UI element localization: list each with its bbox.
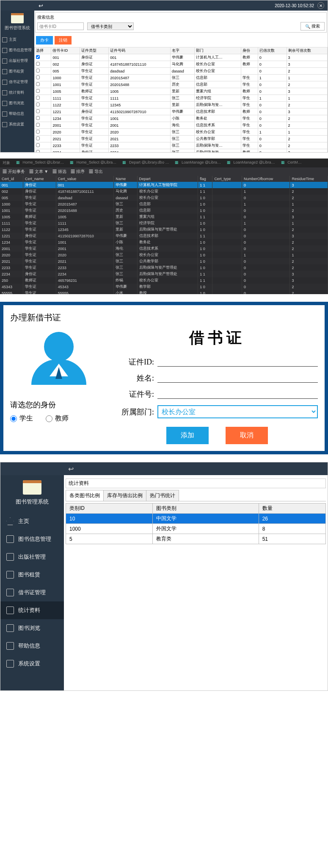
row-checkbox[interactable]: [36, 82, 40, 86]
query-tab[interactable]: ▦ LoanManage @Libra…: [171, 159, 223, 167]
table-row[interactable]: 55555学生证55555小米教授1 002: [0, 290, 328, 294]
stats-tab[interactable]: 热门书统计: [146, 490, 179, 501]
sidebar-item[interactable]: 图书浏览: [0, 619, 64, 637]
table-row[interactable]: 001身份证001华伟豪计算机与人工…教师03: [35, 54, 328, 61]
stats-tab[interactable]: 各类图书比例: [66, 490, 104, 501]
query-tab[interactable]: ▦ CertM…: [278, 159, 303, 167]
query-tab[interactable]: ▦ Depart @Library.dbo …: [119, 159, 171, 167]
search-type-select[interactable]: 借书卡类别: [87, 22, 134, 30]
table-row[interactable]: 1000外国文学8: [66, 524, 326, 534]
table-row[interactable]: 002身份证41874518871002111马化腾校长办公室1 112: [0, 188, 328, 195]
logout-button[interactable]: 注销: [55, 36, 72, 45]
sidebar-item[interactable]: 图书租赁: [0, 66, 34, 77]
create-card-button[interactable]: 办卡: [36, 36, 53, 45]
table-row[interactable]: 2001学生证2001海伦信息技术系学生02: [35, 122, 328, 129]
table-row[interactable]: 2234身份证2234张三后勤保障与资产管理处1 103: [0, 271, 328, 277]
row-checkbox[interactable]: [36, 69, 40, 72]
row-checkbox[interactable]: [36, 75, 40, 79]
row-checkbox[interactable]: [36, 109, 40, 113]
row-checkbox[interactable]: [36, 136, 40, 140]
table-row[interactable]: 45343学生证45343华伟豪教学部1 002: [0, 284, 328, 290]
table-row[interactable]: 1234学生证1001小陈教务处1 002: [0, 239, 328, 245]
table-row[interactable]: 1122学生证12345里新后勤保障与资产管理处1 002: [0, 226, 328, 233]
table-row[interactable]: 2233学生证2233张三后勤保障与资…学生02: [35, 142, 328, 149]
sidebar-item[interactable]: 出版社管理: [0, 548, 64, 566]
id-input[interactable]: [157, 357, 318, 367]
sidebar-item[interactable]: 系统设置: [0, 655, 64, 673]
dept-select[interactable]: 校长办公室: [157, 405, 318, 418]
table-row[interactable]: 2233学生证2233张三后勤保障与资产管理处1 002: [0, 264, 328, 271]
toolbar-item[interactable]: ☰ 开始事务: [3, 169, 25, 175]
table-row[interactable]: 1111学生证1111张三经济学院1 011: [0, 220, 328, 226]
query-tab[interactable]: ▦ Home_Select @Libra…: [66, 159, 118, 167]
table-row[interactable]: 1000学生证202015487张三信息部学生11: [35, 75, 328, 81]
student-radio[interactable]: 学生: [10, 414, 33, 423]
table-row[interactable]: 2021学生证2021张三公共教学部1 002: [0, 258, 328, 264]
toolbar-item[interactable]: ☰ 文本 ▼: [29, 169, 48, 175]
row-checkbox[interactable]: [36, 62, 40, 66]
table-row[interactable]: 1221身份证41150219907287010华伟豪信息技术部1 103: [0, 233, 328, 239]
stats-tab[interactable]: 库存与借出比例: [103, 490, 146, 501]
table-row[interactable]: 1221身份证41150219907287010华伟豪信息技术部教师03: [35, 108, 328, 115]
sidebar-item[interactable]: 图书信息管理: [0, 530, 64, 548]
back-icon[interactable]: ↩: [68, 465, 74, 473]
row-checkbox[interactable]: [36, 116, 40, 120]
toolbar-item[interactable]: ☰ 排序: [71, 169, 85, 175]
table-row[interactable]: 1122学生证12345里新后勤保障与资…学生02: [35, 102, 328, 108]
table-row[interactable]: 10中国文学26: [66, 514, 326, 524]
table-row[interactable]: 1234学生证1001小陈教务处学生02: [35, 115, 328, 122]
sidebar-item[interactable]: 图书信息管理: [0, 45, 34, 56]
object-tab[interactable]: 对象: [1, 159, 12, 167]
sidebar-item[interactable]: 系统设置: [0, 119, 34, 130]
table-row[interactable]: 2234身份证2234张三后勤保障与资…教师03: [35, 149, 328, 153]
table-row[interactable]: 2021学生证2021张三公共教学部学生02: [35, 136, 328, 142]
row-checkbox[interactable]: [36, 89, 40, 93]
search-id-input[interactable]: [37, 22, 84, 30]
sidebar-item[interactable]: 统计资料: [0, 601, 64, 619]
table-row[interactable]: 001身份证001华伟豪计算机与人工智能学院1 103: [0, 182, 328, 188]
sidebar-item[interactable]: 统计资料: [0, 87, 34, 98]
row-checkbox[interactable]: [36, 150, 40, 152]
row-checkbox[interactable]: [36, 103, 40, 106]
cancel-button[interactable]: 取消: [226, 427, 268, 444]
sidebar-item[interactable]: 帮助信息: [0, 108, 34, 119]
table-row[interactable]: 2020学生证2020张三校长办公室学生11: [35, 129, 328, 136]
row-checkbox[interactable]: [36, 130, 40, 134]
name-input[interactable]: [157, 373, 318, 383]
table-row[interactable]: 5教育类51: [66, 534, 326, 544]
sidebar-item[interactable]: 图书租赁: [0, 566, 64, 584]
table-row[interactable]: 005学生证dasdsaddasasd校长办公室1 002: [0, 195, 328, 201]
table-row[interactable]: 002身份证41874518871021110马化腾校长办公室教师03: [35, 61, 328, 68]
table-row[interactable]: 005学生证dasdsaddasasd校长办公室02: [35, 68, 328, 75]
table-row[interactable]: 1000学生证202015487张三信息部1 011: [0, 201, 328, 207]
sidebar-item[interactable]: 帮助信息: [0, 637, 64, 655]
query-tab[interactable]: ▦ Home_Select @Librar…: [13, 159, 66, 167]
sidebar-item[interactable]: 借书证管理: [0, 77, 34, 87]
sidebar-item[interactable]: 借书证管理: [0, 584, 64, 601]
table-row[interactable]: 1005教师证1005里新重案六组1 103: [0, 214, 328, 220]
table-row[interactable]: 1001学生证202015488历史信息部1 002: [0, 207, 328, 214]
query-tab[interactable]: ▦ LoanManage2 @Libra…: [223, 159, 277, 167]
num-input[interactable]: [157, 389, 318, 399]
sidebar-item[interactable]: 出版社管理: [0, 56, 34, 66]
sidebar-item[interactable]: 主页: [0, 34, 34, 45]
table-row[interactable]: 2001学生证2001海伦信息技术系1 002: [0, 245, 328, 252]
row-checkbox[interactable]: [36, 143, 40, 147]
table-row[interactable]: 2020学生证2020张三校长办公室1 011: [0, 252, 328, 258]
close-icon[interactable]: ✕: [317, 2, 324, 9]
teacher-radio[interactable]: 教师: [46, 414, 69, 423]
sidebar-item[interactable]: 主页: [0, 512, 64, 530]
row-checkbox[interactable]: [36, 96, 40, 100]
table-row[interactable]: 250教师证465798231炸锅校长办公室1 103: [0, 277, 328, 284]
toolbar-item[interactable]: ☰ 导出: [89, 169, 103, 175]
row-checkbox[interactable]: [36, 123, 40, 127]
back-icon[interactable]: ↩: [39, 3, 43, 9]
table-row[interactable]: 1001学生证202015488历史信息部学生02: [35, 81, 328, 88]
add-button[interactable]: 添加: [166, 427, 209, 444]
toolbar-item[interactable]: ☰ 筛选: [52, 169, 66, 175]
sidebar-item[interactable]: 图书浏览: [0, 98, 34, 108]
row-checkbox[interactable]: [36, 55, 40, 59]
table-row[interactable]: 1005教师证1005里新重案六组教师03: [35, 88, 328, 95]
search-button[interactable]: 🔍搜索: [300, 22, 325, 31]
table-row[interactable]: 1111学生证1111张三经济学院学生11: [35, 95, 328, 102]
